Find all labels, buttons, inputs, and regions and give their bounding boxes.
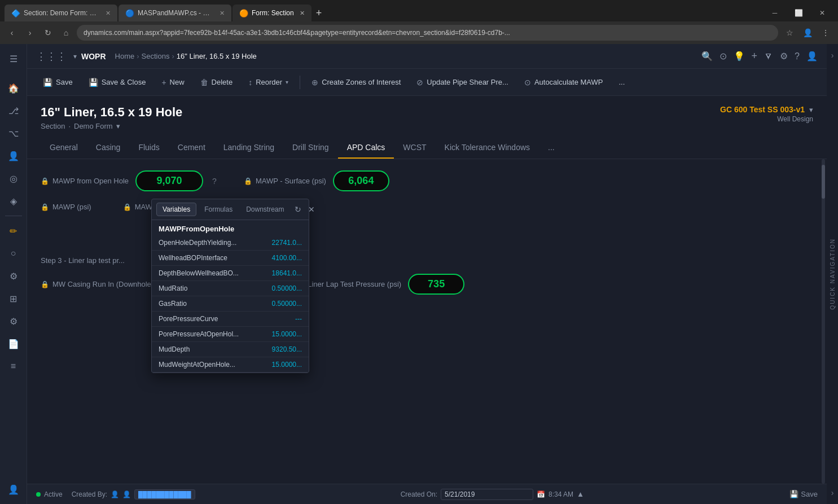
tab1-close[interactable]: ✕	[106, 10, 111, 17]
help-nav-icon[interactable]: ?	[795, 51, 800, 62]
delete-icon: 🗑	[200, 78, 208, 87]
delete-button[interactable]: 🗑 Delete	[194, 74, 240, 90]
sidebar-icon-diamond[interactable]: ◈	[3, 191, 24, 211]
bookmark-button[interactable]: ☆	[782, 25, 797, 41]
search-nav-icon[interactable]: 🔍	[701, 51, 713, 62]
sidebar-icon-tree1[interactable]: ⎇	[3, 100, 24, 121]
sidebar-icon-user2[interactable]: 👤	[3, 479, 24, 499]
update-pipe-button[interactable]: ⊘ Update Pipe Shear Pre...	[410, 74, 515, 90]
quick-nav-down[interactable]: ›	[831, 488, 834, 497]
lightbulb-nav-icon[interactable]: 💡	[734, 51, 745, 62]
save-button[interactable]: 💾 Save	[36, 74, 80, 90]
sidebar-icon-doc[interactable]: 📄	[3, 334, 24, 354]
scroll-thumb[interactable]	[822, 165, 825, 199]
page-meta-expand[interactable]: ▾	[809, 106, 813, 114]
filter-nav-icon[interactable]: ⛛	[764, 51, 773, 62]
popup-row-5[interactable]: PorePressureCurve ---	[152, 312, 309, 327]
time-expand-button[interactable]: ▲	[577, 490, 584, 498]
date-input[interactable]	[441, 489, 533, 500]
calendar-icon[interactable]: 📅	[537, 490, 545, 498]
new-tab-button[interactable]: +	[313, 7, 326, 19]
sidebar-icon-settings[interactable]: ⚙	[3, 266, 24, 286]
popup-row-2[interactable]: DepthBelowWellheadBO... 18641.0...	[152, 266, 309, 281]
tab-wcst[interactable]: WCST	[394, 137, 435, 159]
target-nav-icon[interactable]: ⊙	[719, 51, 727, 62]
sidebar-icon-settings2[interactable]: ⚙	[3, 311, 24, 331]
reorder-button[interactable]: ↕ Reorder ▾	[242, 74, 295, 90]
popup-row-1[interactable]: WellheadBOPInterface 4100.00...	[152, 251, 309, 266]
quick-nav-up[interactable]: ›	[831, 51, 834, 60]
user-email: ████████████	[134, 489, 195, 499]
app-grid-icon[interactable]: ⋮⋮⋮	[36, 50, 67, 63]
maximize-button[interactable]: ⬜	[787, 5, 810, 21]
user-icon: 👤	[111, 490, 119, 498]
sidebar-icon-home[interactable]: 🏠	[3, 78, 24, 98]
close-button[interactable]: ✕	[811, 5, 833, 21]
popup-row-6[interactable]: PorePressureAtOpenHol... 15.0000...	[152, 327, 309, 342]
minimize-button[interactable]: ─	[764, 5, 786, 21]
breadcrumb-sections[interactable]: Sections	[142, 52, 170, 60]
browser-tab-2[interactable]: 🔵 MASPandMAWP.cs - Repos ✕	[119, 5, 231, 21]
popup-tab-downstream[interactable]: Downstream	[240, 203, 289, 216]
tab-general[interactable]: General	[41, 137, 87, 159]
menu-button[interactable]: ⋮	[818, 25, 833, 41]
sidebar-icon-tree2[interactable]: ⌥	[3, 123, 24, 143]
status-save-button[interactable]: 💾 Save	[789, 490, 818, 498]
profile-button[interactable]: 👤	[800, 25, 815, 41]
breadcrumb-home[interactable]: Home	[115, 52, 135, 60]
nav-dropdown-arrow[interactable]: ▾	[73, 52, 77, 60]
popup-refresh-button[interactable]: ↻	[292, 204, 304, 215]
mawp-surface-value[interactable]: 6,064	[333, 170, 389, 191]
sidebar-icon-menu[interactable]: ☰	[3, 49, 24, 69]
popup-row-3[interactable]: MudRatio 0.50000...	[152, 281, 309, 296]
popup-row-4[interactable]: GasRatio 0.50000...	[152, 296, 309, 312]
mawp-open-hole-value[interactable]: 9,070	[135, 170, 203, 191]
sidebar-icon-circle[interactable]: ◎	[3, 168, 24, 189]
popup-row-7[interactable]: MudDepth 9320.50...	[152, 342, 309, 357]
demo-form-link[interactable]: Demo Form	[74, 122, 113, 130]
address-input[interactable]	[77, 25, 778, 41]
mawp-question-icon[interactable]: ?	[212, 177, 217, 186]
tab-apd-calcs[interactable]: APD Calcs	[338, 137, 394, 159]
sidebar-icon-grid[interactable]: ⊞	[3, 288, 24, 309]
browser-tab-3[interactable]: 🟠 Form: Section ✕	[232, 5, 311, 21]
forward-button[interactable]: ›	[23, 25, 37, 40]
plus-nav-icon[interactable]: +	[752, 50, 758, 62]
tab3-close[interactable]: ✕	[300, 10, 305, 17]
tab-drill-string[interactable]: Drill String	[283, 137, 338, 159]
tab-kick-tolerance[interactable]: Kick Tolerance Windows	[436, 137, 539, 159]
tab2-close[interactable]: ✕	[220, 10, 225, 17]
page-title: 16" Liner, 16.5 x 19 Hole	[41, 105, 182, 120]
user-nav-icon[interactable]: 👤	[806, 51, 818, 62]
popup-close-button[interactable]: ✕	[306, 204, 317, 215]
sidebar-icon-list[interactable]: ≡	[3, 356, 24, 376]
create-zones-button[interactable]: ⊕ Create Zones of Interest	[305, 74, 407, 90]
autocalculate-button[interactable]: ⊙ Autocalculate MAWP	[517, 74, 610, 90]
breadcrumb-current: 16" Liner, 16.5 x 19 Hole	[177, 52, 257, 60]
tab-landing-string[interactable]: Landing String	[214, 137, 283, 159]
save-close-button[interactable]: 💾 Save & Close	[82, 74, 153, 90]
browser-tab-1[interactable]: 🔷 Section: Demo Form: 16" Liner, 1 ✕	[5, 5, 117, 21]
settings-nav-icon[interactable]: ⚙	[780, 51, 788, 62]
sidebar-icon-circle2[interactable]: ○	[3, 243, 24, 264]
tab-casing[interactable]: Casing	[87, 137, 130, 159]
tab-fluids[interactable]: Fluids	[129, 137, 168, 159]
tab-cement[interactable]: Cement	[169, 137, 214, 159]
new-button[interactable]: + New	[155, 74, 191, 90]
back-button[interactable]: ‹	[5, 25, 19, 40]
sidebar-icon-pencil[interactable]: ✏	[3, 221, 24, 241]
right-scrollbar[interactable]	[820, 159, 827, 484]
liner-lap-field: 🔒 Liner Lap Test Pressure (psi) 735	[296, 274, 464, 295]
liner-lap-value[interactable]: 735	[408, 274, 464, 295]
tab-more[interactable]: ...	[539, 137, 564, 159]
sidebar-icon-user[interactable]: 👤	[3, 146, 24, 166]
popup-content: MAWPFromOpenHole OpenHoleDepthYielding..…	[152, 220, 309, 372]
popup-tab-formulas[interactable]: Formulas	[199, 203, 238, 216]
home-button[interactable]: ⌂	[59, 25, 73, 40]
more-button[interactable]: ...	[612, 74, 632, 90]
popup-tab-variables[interactable]: Variables	[156, 203, 196, 216]
popup-row-8[interactable]: MudWeightAtOpenHole... 15.0000...	[152, 357, 309, 372]
refresh-button[interactable]: ↻	[41, 25, 55, 40]
status-bar: Active Created By: 👤 👤 ████████████ Crea…	[27, 484, 827, 504]
popup-row-0[interactable]: OpenHoleDepthYielding... 22741.0...	[152, 235, 309, 251]
